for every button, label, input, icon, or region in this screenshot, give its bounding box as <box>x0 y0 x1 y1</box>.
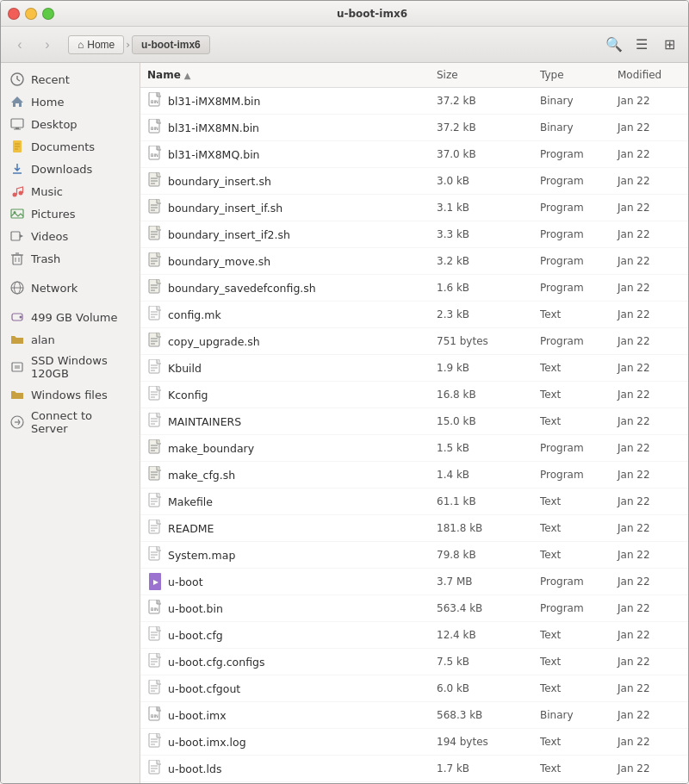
file-icon: BIN <box>147 599 163 618</box>
file-type: Text <box>533 546 611 563</box>
sidebar-item-documents[interactable]: Documents <box>1 135 140 158</box>
col-header-name[interactable]: Name ▲ <box>140 66 430 84</box>
pictures-icon <box>9 206 25 221</box>
table-row[interactable]: System.map 79.8 kB Text Jan 22 <box>140 542 688 569</box>
table-row[interactable]: README 181.8 kB Text Jan 22 <box>140 515 688 542</box>
clock-icon <box>9 72 25 87</box>
table-row[interactable]: copy_upgrade.sh 751 bytes Program Jan 22 <box>140 328 688 355</box>
file-modified: Jan 22 <box>611 306 688 323</box>
sidebar-item-ssd120[interactable]: SSD Windows 120GB <box>1 351 140 383</box>
breadcrumb-current[interactable]: u-boot-imx6 <box>132 35 210 54</box>
file-icon <box>147 519 163 538</box>
table-row[interactable]: u-boot.cfg.configs 7.5 kB Text Jan 22 <box>140 649 688 675</box>
sidebar-item-music[interactable]: Music <box>1 180 140 202</box>
forward-button[interactable]: › <box>35 33 59 57</box>
file-type: Program <box>533 279 611 296</box>
svg-text:BIN: BIN <box>151 152 158 158</box>
table-row[interactable]: MAINTAINERS 15.0 kB Text Jan 22 <box>140 408 688 435</box>
titlebar: u-boot-imx6 <box>1 1 688 27</box>
main-area: Recent Home Desktop Documents <box>1 63 688 783</box>
svg-rect-15 <box>11 232 20 240</box>
sidebar-item-winfiles[interactable]: Windows files <box>1 383 140 406</box>
sidebar-item-videos[interactable]: Videos <box>1 225 140 247</box>
file-icon <box>147 545 163 564</box>
table-row[interactable]: u-boot.cfgout 6.0 kB Text Jan 22 <box>140 675 688 702</box>
table-row[interactable]: Makefile 61.1 kB Text Jan 22 <box>140 488 688 515</box>
sidebar-item-connect[interactable]: Connect to Server <box>1 406 140 439</box>
search-button[interactable]: 🔍 <box>602 33 626 57</box>
table-row[interactable]: make_cfg.sh 1.4 kB Program Jan 22 <box>140 462 688 488</box>
sidebar-separator <box>1 270 140 277</box>
svg-rect-27 <box>12 363 22 371</box>
table-row[interactable]: u-boot.cfg 12.4 kB Text Jan 22 <box>140 622 688 649</box>
table-row[interactable]: u-boot.imx.log 194 bytes Text Jan 22 <box>140 729 688 756</box>
file-name-cell: make_cfg.sh <box>140 463 430 487</box>
table-row[interactable]: u-boot.lds 1.7 kB Text Jan 22 <box>140 756 688 782</box>
table-row[interactable]: boundary_savedefconfig.sh 1.6 kB Program… <box>140 275 688 302</box>
table-row[interactable]: boundary_move.sh 3.2 kB Program Jan 22 <box>140 248 688 275</box>
table-row[interactable]: boundary_insert_if2.sh 3.3 kB Program Ja… <box>140 221 688 248</box>
close-button[interactable] <box>8 8 20 20</box>
file-name: Kconfig <box>168 389 208 401</box>
col-header-modified[interactable]: Modified <box>611 66 688 84</box>
file-icon <box>147 412 163 431</box>
col-header-type[interactable]: Type <box>533 66 611 84</box>
file-type: Program <box>533 172 611 190</box>
file-area: Name ▲ Size Type Modified BIN bl31-iMX8M… <box>140 63 688 783</box>
sidebar-item-home[interactable]: Home <box>1 90 140 113</box>
table-row[interactable]: Kbuild 1.9 kB Text Jan 22 <box>140 355 688 382</box>
toolbar-right: 🔍 ☰ ⊞ <box>602 33 681 57</box>
file-modified: Jan 22 <box>611 226 688 243</box>
file-name: config.mk <box>168 308 221 321</box>
file-size: 3.1 kB <box>430 199 533 216</box>
trash-icon <box>9 251 25 266</box>
sidebar-item-desktop[interactable]: Desktop <box>1 113 140 135</box>
sidebar-item-pictures[interactable]: Pictures <box>1 202 140 225</box>
grid-view-button[interactable]: ⊞ <box>657 33 681 57</box>
table-row[interactable]: BIN bl31-iMX8MN.bin 37.2 kB Binary Jan 2… <box>140 115 688 141</box>
file-size: 181.8 kB <box>430 520 533 537</box>
back-button[interactable]: ‹ <box>8 33 32 57</box>
table-row[interactable]: Kconfig 16.8 kB Text Jan 22 <box>140 382 688 408</box>
table-row[interactable]: boundary_insert_if.sh 3.1 kB Program Jan… <box>140 195 688 221</box>
sidebar-item-downloads[interactable]: Downloads <box>1 158 140 180</box>
ssd-icon <box>9 359 25 375</box>
sidebar-item-alan[interactable]: alan <box>1 328 140 351</box>
window-controls <box>8 8 54 20</box>
file-modified: Jan 22 <box>611 199 688 216</box>
table-row[interactable]: BIN bl31-iMX8MM.bin 37.2 kB Binary Jan 2… <box>140 88 688 115</box>
sidebar-item-trash[interactable]: Trash <box>1 247 140 270</box>
table-row[interactable]: config.mk 2.3 kB Text Jan 22 <box>140 302 688 328</box>
sidebar-item-network[interactable]: Network <box>1 277 140 299</box>
table-row[interactable]: BIN bl31-iMX8MQ.bin 37.0 kB Program Jan … <box>140 141 688 168</box>
file-name-cell: README <box>140 516 430 540</box>
file-type: Text <box>533 760 611 777</box>
network-icon <box>9 280 25 296</box>
table-row[interactable]: u-boot 3.7 MB Program Jan 22 <box>140 569 688 595</box>
sidebar-item-volume499[interactable]: 499 GB Volume <box>1 306 140 328</box>
sidebar-item-recent[interactable]: Recent <box>1 68 140 90</box>
file-icon <box>147 652 163 671</box>
file-name: boundary_insert_if.sh <box>168 202 282 215</box>
file-modified: Jan 22 <box>611 493 688 510</box>
maximize-button[interactable] <box>42 8 54 20</box>
svg-text:BIN: BIN <box>151 713 158 719</box>
file-modified: Jan 22 <box>611 413 688 430</box>
list-view-button[interactable]: ☰ <box>630 33 654 57</box>
table-row[interactable]: BIN u-boot.imx 568.3 kB Binary Jan 22 <box>140 702 688 729</box>
file-name-cell: BIN bl31-iMX8MM.bin <box>140 89 430 113</box>
breadcrumb-home[interactable]: ⌂ Home <box>68 35 124 54</box>
file-name: make_cfg.sh <box>168 469 235 482</box>
file-type: Binary <box>533 706 611 724</box>
table-row[interactable]: make_boundary 1.5 kB Program Jan 22 <box>140 435 688 462</box>
table-row[interactable]: u-boot.map 565.3 kB Text Jan 22 <box>140 782 688 783</box>
minimize-button[interactable] <box>25 8 37 20</box>
table-row[interactable]: BIN u-boot.bin 563.4 kB Program Jan 22 <box>140 595 688 622</box>
file-icon <box>147 252 163 271</box>
table-row[interactable]: boundary_insert.sh 3.0 kB Program Jan 22 <box>140 168 688 195</box>
file-icon <box>147 225 163 244</box>
file-name: u-boot.imx <box>168 709 227 722</box>
file-name: boundary_insert.sh <box>168 175 271 188</box>
file-icon <box>147 679 163 698</box>
col-header-size[interactable]: Size <box>430 66 533 84</box>
